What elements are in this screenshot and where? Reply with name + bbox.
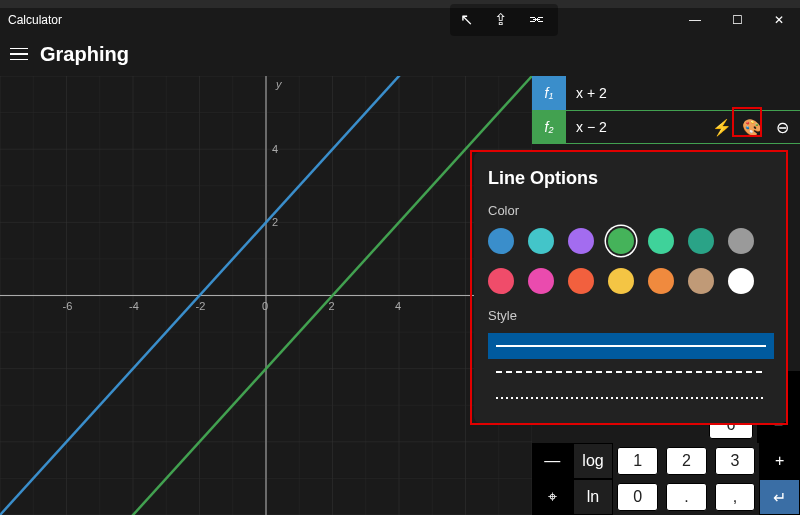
svg-text:4: 4 (395, 300, 401, 312)
keypad-key[interactable]: . (666, 483, 707, 511)
titlebar: Calculator — ☐ ✕ (0, 8, 800, 32)
trace-icon[interactable]: ⚡ (712, 117, 732, 137)
function-swatch: f1 (532, 76, 566, 110)
keypad-key[interactable]: , (715, 483, 756, 511)
window-minimize[interactable]: — (674, 8, 716, 32)
keypad-key[interactable]: + (759, 443, 800, 479)
svg-text:-6: -6 (63, 300, 73, 312)
graph-canvas[interactable]: -6-4-202424y (0, 76, 532, 515)
svg-text:4: 4 (272, 143, 278, 155)
remove-icon[interactable]: ⊖ (772, 117, 792, 137)
share-icon[interactable]: ⇪ (494, 10, 514, 30)
keypad-key[interactable]: ⌖ (532, 479, 573, 515)
highlight-style-button (732, 107, 762, 137)
keypad-key[interactable]: log (573, 443, 614, 479)
graph-toolbar: ↖ ⇪ ⫘ (450, 4, 558, 36)
page-title: Graphing (40, 43, 129, 66)
svg-text:2: 2 (272, 216, 278, 228)
keypad-key[interactable]: 1 (617, 447, 658, 475)
svg-text:-4: -4 (129, 300, 139, 312)
keypad-key[interactable]: 2 (666, 447, 707, 475)
function-swatch: f2 (532, 110, 566, 144)
function-expression: x − 2 (576, 119, 607, 135)
keypad-key[interactable]: — (532, 443, 573, 479)
window-maximize[interactable]: ☐ (716, 8, 758, 32)
keypad-key[interactable]: ↵ (759, 479, 800, 515)
function-row[interactable]: f1 x + 2 (532, 76, 800, 110)
highlight-popup (470, 150, 788, 425)
keypad-key[interactable]: 3 (715, 447, 756, 475)
svg-text:y: y (275, 78, 283, 90)
svg-text:0: 0 (262, 300, 268, 312)
keypad-key[interactable]: ln (573, 479, 614, 515)
menu-icon[interactable] (10, 48, 28, 61)
keypad-key[interactable]: 0 (617, 483, 658, 511)
window-close[interactable]: ✕ (758, 8, 800, 32)
svg-text:-2: -2 (196, 300, 206, 312)
pointer-tool-icon[interactable]: ↖ (460, 10, 480, 30)
menubar (0, 0, 800, 8)
svg-text:2: 2 (329, 300, 335, 312)
header: Graphing (0, 32, 800, 76)
function-expression: x + 2 (576, 85, 607, 101)
analyze-icon[interactable]: ⫘ (528, 10, 548, 30)
app-title: Calculator (8, 13, 62, 27)
